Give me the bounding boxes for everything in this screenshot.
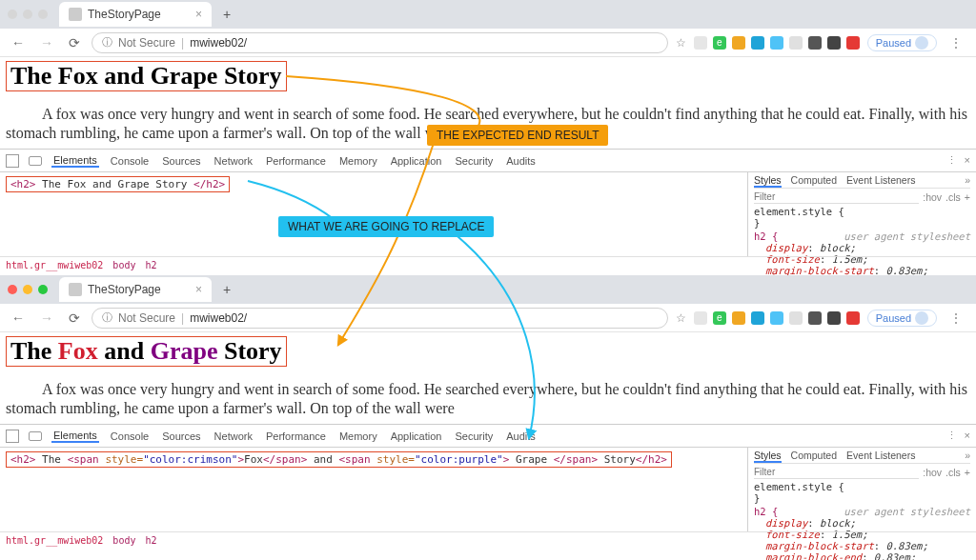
- dom-tree[interactable]: <h2> The Fox and Grape Story </h2>: [0, 172, 747, 256]
- min-dot[interactable]: [23, 10, 32, 19]
- breadcrumb[interactable]: html.gr__mwiweb02 body h2: [0, 256, 976, 273]
- forward-button[interactable]: →: [36, 35, 57, 50]
- forward-button-2[interactable]: →: [36, 310, 57, 326]
- dt-tab-security-2[interactable]: Security: [453, 430, 495, 442]
- extension-icon[interactable]: e: [713, 36, 726, 50]
- element-style-rule-2[interactable]: element.style { }: [754, 481, 970, 504]
- dt-tab-network[interactable]: Network: [213, 155, 254, 167]
- extension-icon[interactable]: [789, 311, 803, 325]
- styles-pane-2: Styles Computed Event Listeners » :hov .…: [747, 448, 976, 531]
- new-rule-button[interactable]: +: [965, 191, 970, 203]
- max-dot-2[interactable]: [38, 285, 48, 294]
- cls-toggle-2[interactable]: .cls: [946, 467, 961, 478]
- extension-icon[interactable]: [732, 36, 745, 50]
- reload-button[interactable]: ⟳: [65, 35, 84, 50]
- extension-icon[interactable]: [732, 311, 745, 325]
- devtools-close-icon[interactable]: ×: [965, 154, 970, 167]
- devtools-kebab-icon-2[interactable]: ⋮: [946, 430, 957, 442]
- styles-tab-listeners[interactable]: Event Listeners: [846, 174, 915, 188]
- new-tab-button[interactable]: +: [217, 7, 236, 22]
- dt-tab-performance-2[interactable]: Performance: [264, 430, 328, 442]
- back-button[interactable]: ←: [8, 35, 29, 50]
- device-toggle-icon[interactable]: [29, 156, 42, 166]
- dt-tab-performance[interactable]: Performance: [264, 155, 328, 167]
- dt-tab-audits-2[interactable]: Audits: [504, 430, 538, 442]
- dt-tab-memory[interactable]: Memory: [337, 155, 379, 167]
- back-button-2[interactable]: ←: [8, 310, 29, 326]
- dom-tree-2[interactable]: <h2> The <span style="color:crimson">Fox…: [0, 448, 747, 531]
- devtools-panel-1: Elements Console Sources Network Perform…: [0, 149, 976, 273]
- devtools-kebab-icon[interactable]: ⋮: [946, 154, 957, 167]
- extension-icon[interactable]: [846, 36, 860, 50]
- extension-icon[interactable]: [846, 311, 860, 325]
- styles-filter-input-2[interactable]: [754, 466, 919, 479]
- extension-icon[interactable]: [770, 36, 783, 50]
- omnibox[interactable]: ⓘ Not Secure | mwiweb02/: [92, 32, 668, 53]
- dt-tab-elements[interactable]: Elements: [51, 154, 99, 168]
- dt-tab-console[interactable]: Console: [109, 155, 151, 167]
- extension-icon[interactable]: e: [713, 311, 726, 325]
- max-dot[interactable]: [38, 10, 48, 19]
- extension-icon[interactable]: [751, 36, 764, 50]
- not-secure-label: Not Secure: [118, 36, 175, 50]
- tab-close-icon[interactable]: ×: [195, 8, 202, 21]
- avatar-icon: [915, 36, 928, 50]
- menu-button[interactable]: ⋮: [945, 36, 968, 50]
- tab-title: TheStoryPage: [88, 8, 161, 21]
- dt-tab-security[interactable]: Security: [453, 155, 495, 167]
- dom-highlighted-node-2[interactable]: <h2> The <span style="color:crimson">Fox…: [6, 451, 672, 468]
- dt-tab-memory-2[interactable]: Memory: [337, 430, 379, 442]
- extension-icon[interactable]: [694, 311, 707, 325]
- new-tab-button-2[interactable]: +: [217, 282, 236, 297]
- element-style-rule[interactable]: element.style { }: [754, 206, 970, 229]
- hov-toggle-2[interactable]: :hov: [923, 467, 942, 478]
- styles-filter-input[interactable]: [754, 190, 919, 204]
- dt-tab-application-2[interactable]: Application: [389, 430, 444, 442]
- reload-button-2[interactable]: ⟳: [65, 310, 84, 326]
- styles-more-icon-2[interactable]: »: [965, 450, 970, 463]
- extension-icon[interactable]: [808, 311, 822, 325]
- dt-tab-sources[interactable]: Sources: [160, 155, 202, 167]
- styles-more-icon[interactable]: »: [965, 174, 970, 188]
- dt-tab-network-2[interactable]: Network: [213, 430, 254, 442]
- dom-highlighted-node[interactable]: <h2> The Fox and Grape Story </h2>: [6, 176, 230, 192]
- star-icon-2[interactable]: ☆: [676, 311, 686, 325]
- star-icon[interactable]: ☆: [676, 36, 686, 50]
- inspect-icon-2[interactable]: [6, 430, 19, 443]
- extension-icon[interactable]: [808, 36, 822, 50]
- devtools-close-icon-2[interactable]: ×: [965, 430, 970, 442]
- extension-icon[interactable]: [827, 311, 841, 325]
- extension-icon[interactable]: [789, 36, 803, 50]
- dt-tab-audits[interactable]: Audits: [504, 155, 538, 167]
- browser-tab[interactable]: TheStoryPage ×: [59, 2, 212, 27]
- profile-paused-pill[interactable]: Paused: [867, 34, 937, 51]
- dt-tab-sources-2[interactable]: Sources: [160, 430, 202, 442]
- dt-tab-application[interactable]: Application: [389, 155, 444, 167]
- menu-button-2[interactable]: ⋮: [945, 311, 968, 325]
- min-dot-2[interactable]: [23, 285, 32, 294]
- devtools-right-controls: ⋮ ×: [946, 154, 970, 167]
- device-toggle-icon-2[interactable]: [29, 431, 42, 441]
- cls-toggle[interactable]: .cls: [946, 191, 961, 203]
- extension-icon[interactable]: [827, 36, 841, 50]
- dt-tab-console-2[interactable]: Console: [109, 430, 151, 442]
- styles-tab-styles[interactable]: Styles: [754, 174, 782, 188]
- tab-close-icon-2[interactable]: ×: [195, 283, 202, 296]
- hov-toggle[interactable]: :hov: [923, 191, 942, 203]
- styles-tab-styles-2[interactable]: Styles: [754, 450, 782, 463]
- extension-icon[interactable]: [770, 311, 783, 325]
- styles-tab-computed-2[interactable]: Computed: [791, 450, 837, 463]
- profile-paused-pill-2[interactable]: Paused: [867, 310, 937, 327]
- dt-tab-elements-2[interactable]: Elements: [51, 430, 99, 443]
- breadcrumb-2[interactable]: html.gr__mwiweb02 body h2: [0, 531, 976, 549]
- close-dot[interactable]: [8, 10, 17, 19]
- new-rule-button-2[interactable]: +: [965, 467, 970, 478]
- styles-tab-computed[interactable]: Computed: [791, 174, 837, 188]
- close-dot-2[interactable]: [8, 285, 17, 294]
- extension-icon[interactable]: [751, 311, 764, 325]
- inspect-icon[interactable]: [6, 154, 19, 168]
- extension-icon[interactable]: [694, 36, 707, 50]
- styles-tab-listeners-2[interactable]: Event Listeners: [846, 450, 915, 463]
- browser-tab-2[interactable]: TheStoryPage ×: [59, 277, 212, 302]
- omnibox-2[interactable]: ⓘ Not Secure | mwiweb02/: [92, 308, 668, 329]
